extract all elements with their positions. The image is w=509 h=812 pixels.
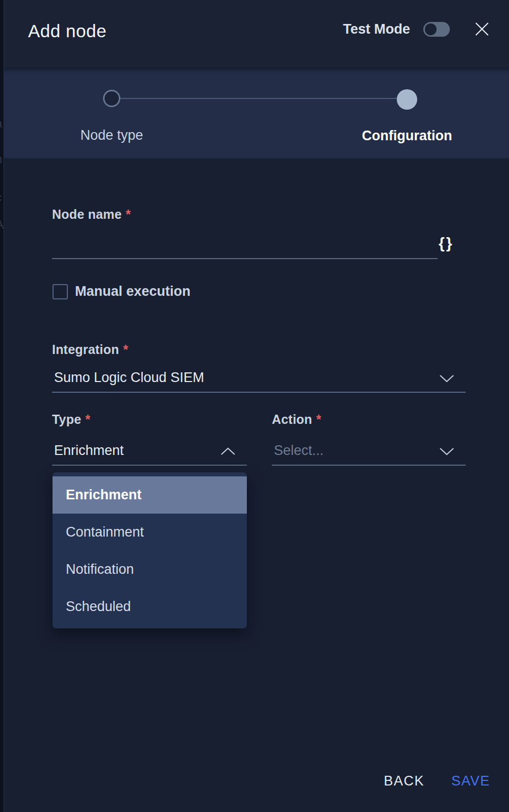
required-asterisk: * [126, 207, 131, 221]
dropdown-option-containment[interactable]: Containment [53, 514, 247, 551]
chevron-down-icon [439, 447, 454, 455]
background-text-fragment: A [0, 218, 4, 231]
dropdown-option-enrichment[interactable]: Enrichment [53, 476, 247, 514]
node-name-field [52, 236, 438, 259]
step-label: Node type [50, 128, 173, 143]
required-asterisk: * [123, 342, 128, 357]
node-name-input[interactable] [52, 236, 438, 258]
integration-select[interactable]: Sumo Logic Cloud SIEM [52, 366, 466, 393]
integration-value: Sumo Logic Cloud SIEM [54, 370, 204, 386]
screen: a n c A r Add node Test Mode [0, 0, 509, 812]
manual-execution-label: Manual execution [75, 284, 191, 299]
add-node-modal: Add node Test Mode Node type [4, 0, 509, 812]
step-configuration[interactable]: Configuration [346, 67, 468, 144]
action-label: Action* [272, 412, 321, 427]
header-controls: Test Mode [343, 21, 490, 37]
node-name-label: Node name* [52, 207, 131, 222]
chevron-up-icon [220, 447, 236, 455]
action-select[interactable]: Select... [272, 439, 466, 466]
background-text-fragment: a [0, 117, 4, 130]
type-dropdown-menu: Enrichment Containment Notification Sche… [53, 472, 247, 628]
step-node-type[interactable]: Node type [50, 67, 173, 143]
dropdown-option-scheduled[interactable]: Scheduled [53, 588, 247, 625]
required-asterisk: * [85, 412, 90, 426]
insert-variable-icon[interactable]: {} [439, 235, 453, 252]
manual-execution-row[interactable]: Manual execution [53, 284, 191, 299]
chevron-down-icon [439, 374, 454, 383]
dropdown-option-notification[interactable]: Notification [53, 551, 247, 588]
step-dot-completed [103, 90, 120, 107]
label-text: Action [272, 412, 312, 426]
label-text: Type [52, 412, 81, 426]
back-button[interactable]: BACK [384, 773, 424, 789]
action-placeholder: Select... [274, 443, 324, 459]
toggle-knob [425, 23, 437, 35]
modal-header: Add node Test Mode [4, 0, 509, 67]
background-text-fragment: c [0, 191, 4, 204]
step-label: Configuration [346, 128, 468, 144]
step-dot-active [397, 89, 417, 110]
label-text: Integration [52, 342, 119, 357]
type-value: Enrichment [54, 443, 124, 459]
integration-label: Integration* [52, 342, 128, 357]
background-text-fragment: r [0, 261, 4, 273]
test-mode-label: Test Mode [343, 21, 410, 37]
background-text-fragment: n [0, 153, 4, 165]
label-text: Node name [52, 207, 122, 221]
modal-footer: BACK SAVE [384, 773, 490, 789]
stepper: Node type Configuration [4, 67, 509, 158]
type-select[interactable]: Enrichment [52, 439, 247, 466]
manual-execution-checkbox[interactable] [53, 284, 68, 299]
required-asterisk: * [316, 412, 321, 426]
type-label: Type* [52, 412, 90, 427]
close-icon[interactable] [474, 21, 490, 37]
background-page-sliver: a n c A r [0, 0, 4, 812]
configuration-form: Node name* {} Manual execution Integrati… [4, 158, 509, 812]
save-button[interactable]: SAVE [451, 773, 490, 789]
modal-title: Add node [28, 21, 107, 41]
test-mode-toggle[interactable] [423, 22, 450, 37]
